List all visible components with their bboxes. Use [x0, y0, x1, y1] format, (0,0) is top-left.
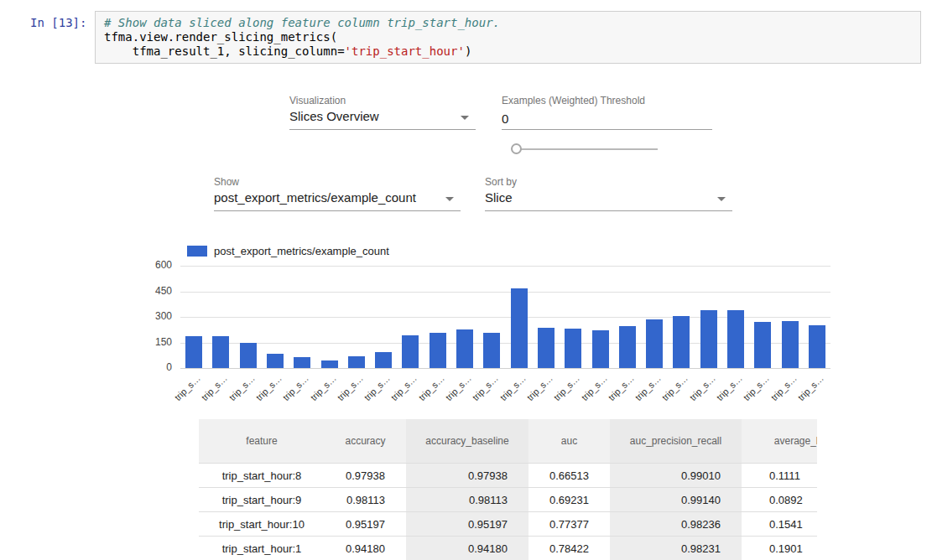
chart-bar[interactable] — [348, 356, 365, 368]
feature-cell: trip_start_hour:1 — [199, 537, 325, 560]
column-header-feature[interactable]: feature — [199, 419, 325, 463]
chart-gridline — [180, 368, 830, 369]
threshold-input[interactable] — [502, 108, 712, 130]
chart-bar[interactable] — [565, 329, 581, 368]
metric-cell: 0.77377 — [528, 512, 610, 536]
chart-bar[interactable] — [782, 321, 799, 368]
code-token: 'trip_start_hour' — [345, 44, 465, 58]
column-header-accuracy_baseline[interactable]: accuracy_baseline — [406, 419, 528, 463]
cell-input-prompt: In [13]: — [30, 16, 86, 29]
chart-legend: post_export_metrics/example_count — [187, 245, 389, 257]
metric-cell: 0.98231 — [610, 537, 742, 560]
metric-cell: 0.94180 — [325, 537, 406, 560]
y-axis-tick-label: 150 — [128, 336, 172, 348]
metric-cell: 0.78422 — [528, 537, 610, 560]
chart-bar[interactable] — [700, 310, 717, 368]
chart-bar[interactable] — [511, 288, 528, 368]
metric-cell: 0.95197 — [406, 512, 528, 536]
code-editor[interactable]: # Show data sliced along feature column … — [95, 11, 921, 64]
table-row: trip_start_hour:100.951970.951970.773770… — [199, 511, 817, 536]
slider-knob[interactable] — [511, 143, 522, 154]
chart-bar[interactable] — [430, 333, 446, 368]
chart-bar[interactable] — [402, 335, 419, 368]
sort-by-value: Slice — [485, 189, 732, 206]
chart-bar[interactable] — [321, 360, 338, 368]
show-metric-dropdown[interactable]: post_export_metrics/example_count — [214, 189, 461, 211]
y-axis-labels: 0150300450600 — [128, 266, 172, 375]
visualization-dropdown[interactable]: Slices Overview — [289, 108, 476, 130]
chart-bar[interactable] — [212, 336, 229, 368]
chart-bar[interactable] — [727, 310, 744, 368]
show-label: Show — [214, 176, 239, 188]
chart-bar[interactable] — [267, 354, 284, 368]
y-axis-tick-label: 0 — [128, 361, 172, 373]
chart-bar[interactable] — [809, 325, 825, 368]
chart-bar[interactable] — [538, 328, 555, 368]
code-line: # Show data sliced along feature column … — [104, 16, 912, 30]
y-axis-tick-label: 450 — [128, 285, 172, 297]
visualization-value: Slices Overview — [289, 108, 476, 125]
chart-bar[interactable] — [592, 330, 609, 368]
feature-cell: trip_start_hour:10 — [199, 512, 325, 536]
table-row: trip_start_hour:90.981130.981130.692310.… — [199, 487, 817, 511]
chart-bar[interactable] — [754, 322, 771, 368]
code-token: tfma_result_1, slicing_column= — [104, 44, 345, 58]
chevron-down-icon — [717, 197, 726, 201]
column-header-accuracy[interactable]: accuracy — [325, 419, 406, 463]
column-header-auc_precision_recall[interactable]: auc_precision_recall — [610, 419, 742, 463]
slider-track[interactable] — [518, 148, 658, 150]
chart-bar[interactable] — [483, 333, 500, 368]
metric-cell: 0.98113 — [325, 488, 406, 511]
column-header-auc[interactable]: auc — [528, 419, 610, 463]
metric-cell: 0.1111 — [742, 464, 817, 487]
chart-bar[interactable] — [456, 329, 473, 368]
threshold-slider[interactable] — [511, 143, 658, 155]
y-axis-tick-label: 300 — [128, 310, 172, 322]
column-header-average_los[interactable]: average_los — [742, 419, 817, 463]
metric-cell: 0.69231 — [528, 488, 610, 511]
metric-cell: 0.98113 — [406, 488, 528, 511]
feature-cell: trip_start_hour:9 — [199, 488, 325, 511]
legend-swatch — [187, 246, 207, 257]
code-token: tfma.view.render_slicing_metrics( — [104, 30, 337, 44]
chart-bar[interactable] — [646, 319, 663, 368]
chart-gridline — [180, 292, 830, 293]
visualization-label: Visualization — [289, 95, 346, 106]
legend-label: post_export_metrics/example_count — [214, 245, 389, 257]
metric-cell: 0.98236 — [610, 512, 742, 536]
chart-bar[interactable] — [294, 357, 310, 368]
table-row: trip_start_hour:10.941800.941800.784220.… — [199, 536, 817, 560]
y-axis-tick-label: 600 — [128, 259, 172, 271]
metric-cell: 0.1901 — [742, 537, 817, 560]
chart-bar[interactable] — [619, 326, 636, 368]
code-line: tfma_result_1, slicing_column='trip_star… — [104, 44, 912, 59]
slices-bar-chart — [180, 266, 830, 368]
sort-by-dropdown[interactable]: Slice — [485, 189, 732, 211]
threshold-label: Examples (Weighted) Threshold — [502, 95, 645, 106]
code-token: # Show data sliced along feature column … — [104, 16, 500, 29]
metric-cell: 0.66513 — [528, 464, 610, 487]
code-token: ) — [465, 44, 471, 58]
chart-bar[interactable] — [375, 352, 392, 368]
metric-cell: 0.1541 — [742, 512, 817, 536]
metric-cell: 0.97938 — [406, 464, 528, 487]
chevron-down-icon — [445, 197, 454, 201]
metric-cell: 0.95197 — [325, 512, 406, 536]
metric-cell: 0.94180 — [406, 537, 528, 560]
metric-cell: 0.99140 — [610, 488, 742, 511]
chart-bar[interactable] — [185, 336, 202, 368]
chart-bar[interactable] — [240, 343, 257, 368]
code-line: tfma.view.render_slicing_metrics( — [104, 30, 912, 44]
metric-cell: 0.0892 — [742, 488, 817, 511]
metric-cell: 0.99010 — [610, 464, 742, 487]
table-header-row: featureaccuracyaccuracy_baselineaucauc_p… — [199, 419, 817, 463]
chevron-down-icon — [461, 116, 469, 120]
metric-cell: 0.97938 — [325, 464, 406, 487]
metrics-table: featureaccuracyaccuracy_baselineaucauc_p… — [199, 419, 817, 560]
code-lines: # Show data sliced along feature column … — [104, 16, 912, 59]
feature-cell: trip_start_hour:8 — [199, 464, 325, 487]
chart-gridline — [180, 266, 830, 267]
sort-by-label: Sort by — [485, 176, 517, 188]
table-body: trip_start_hour:80.979380.979380.665130.… — [199, 463, 817, 560]
chart-bar[interactable] — [673, 316, 690, 368]
